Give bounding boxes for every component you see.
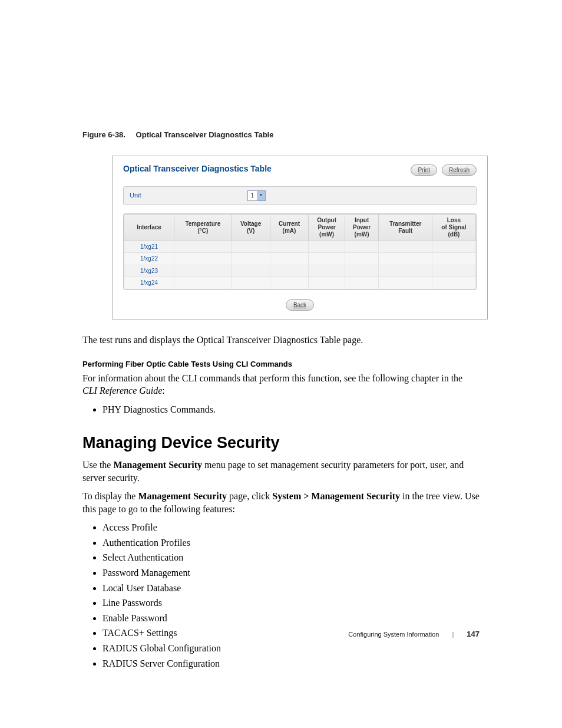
paragraph: The test runs and displays the Optical T… [82, 334, 480, 347]
col-current: Current (mA) [270, 214, 309, 241]
table-row: 1/xg22 [124, 253, 476, 265]
unit-panel: Unit 1 ▾ [123, 186, 477, 205]
list-item: Line Passwords [103, 597, 480, 610]
col-temperature: Temperature (°C) [174, 214, 232, 241]
app-screenshot: Optical Transceiver Diagnostics Table Pr… [112, 156, 488, 319]
cell-interface: 1/xg22 [124, 253, 174, 265]
figure-title: Optical Transceiver Diagnostics Table [136, 130, 274, 139]
bold-breadcrumb: System > Management Security [272, 491, 400, 501]
cell-interface: 1/xg23 [124, 265, 174, 277]
col-loss-signal: Loss of Signal (dB) [432, 214, 475, 241]
print-button[interactable]: Print [411, 164, 437, 176]
paragraph: For information about the CLI commands t… [82, 372, 480, 397]
figure-caption: Figure 6-38. Optical Transceiver Diagnos… [82, 130, 480, 140]
back-button[interactable]: Back [286, 299, 314, 311]
list-item: RADIUS Server Configuration [103, 657, 480, 670]
col-voltage: Voltage (V) [232, 214, 270, 241]
col-interface: Interface [124, 214, 174, 241]
paragraph: To display the Management Security page,… [82, 490, 480, 515]
subheading-cli: Performing Fiber Optic Cable Tests Using… [82, 359, 480, 370]
list-item: Access Profile [103, 521, 480, 534]
list-item: Local User Database [103, 582, 480, 595]
feature-list: Access Profile Authentication Profiles S… [103, 521, 480, 670]
unit-select-value: 1 [248, 192, 257, 200]
bold-mgmt-security: Management Security [113, 460, 202, 470]
cell-interface: 1/xg24 [124, 277, 174, 289]
footer-section: Configuring System Information [348, 630, 439, 639]
list-item: Authentication Profiles [103, 536, 480, 549]
chevron-down-icon: ▾ [257, 191, 265, 200]
list-item: Password Management [103, 566, 480, 579]
col-tx-fault: Transmitter Fault [379, 214, 432, 241]
unit-label: Unit [130, 191, 141, 200]
table-row: 1/xg21 [124, 241, 476, 253]
col-input-power: Input Power (mW) [345, 214, 379, 241]
cell-interface: 1/xg21 [124, 241, 174, 253]
col-output-power: Output Power (mW) [309, 214, 345, 241]
list-item: RADIUS Global Configuration [103, 642, 480, 655]
table-row: 1/xg24 [124, 277, 476, 289]
list-item: Select Authentication [103, 551, 480, 564]
bold-mgmt-security-2: Management Security [138, 491, 227, 501]
heading-managing-device-security: Managing Device Security [82, 432, 480, 453]
app-title: Optical Transceiver Diagnostics Table [123, 163, 272, 174]
paragraph: Use the Management Security menu page to… [82, 459, 480, 484]
cli-ref-guide: CLI Reference Guide [82, 386, 162, 396]
footer-page-number: 147 [467, 629, 480, 640]
page-footer: Configuring System Information | 147 [348, 629, 480, 640]
table-row: 1/xg23 [124, 265, 476, 277]
diagnostics-table: Interface Temperature (°C) Voltage (V) C… [123, 213, 477, 290]
refresh-button[interactable]: Refresh [442, 164, 477, 176]
figure-number: Figure 6-38. [82, 130, 125, 139]
list-item: Enable Password [103, 612, 480, 625]
unit-select[interactable]: 1 ▾ [247, 190, 266, 201]
list-item: PHY Diagnostics Commands. [103, 403, 480, 416]
footer-separator: | [452, 630, 454, 639]
